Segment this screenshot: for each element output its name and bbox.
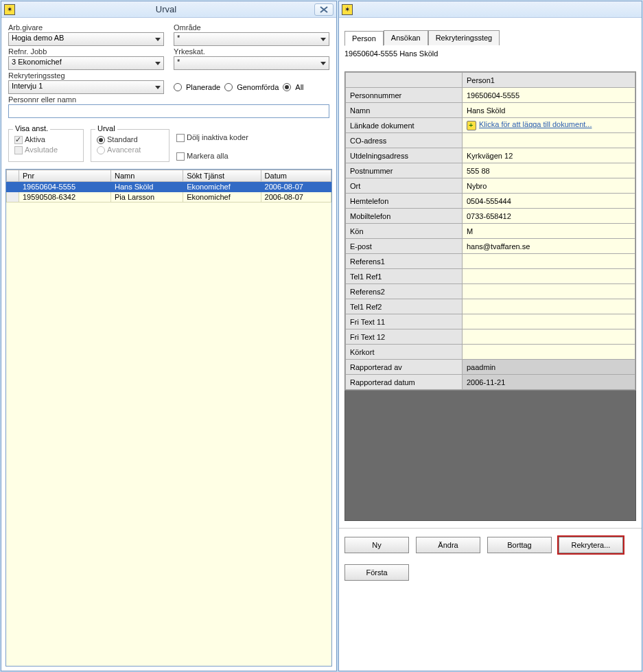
combo-rekryteringssteg[interactable]: Intervju 1 (8, 80, 164, 94)
detail-value[interactable] (463, 269, 635, 284)
col-namn[interactable]: Namn (111, 170, 183, 182)
label-omrade: Område (174, 23, 329, 32)
detail-value[interactable] (463, 284, 635, 299)
detail-value[interactable]: 2006-11-21 (463, 375, 635, 390)
combo-omrade[interactable]: * (174, 32, 329, 46)
detail-value[interactable]: 19650604-5555 (463, 88, 635, 103)
detail-value[interactable]: hans@tvaffaren.se (463, 239, 635, 254)
combo-refnr[interactable]: 3 Ekonomichef (8, 56, 164, 70)
urval-panel: Urval Arb.givare Hogia demo AB Område * … (1, 1, 337, 671)
label-refnr: Refnr. Jobb (8, 47, 164, 56)
detail-value[interactable] (463, 329, 635, 345)
forsta-button[interactable]: Första (344, 564, 409, 581)
tab-ansokan[interactable]: Ansökan (384, 30, 428, 45)
add-document-icon (467, 121, 476, 130)
visa-legend: Visa anst. (13, 124, 50, 132)
combo-arbgivare[interactable]: Hogia demo AB (8, 32, 164, 46)
col-datum[interactable]: Datum (261, 170, 331, 182)
detail-label: Tel1 Ref1 (346, 269, 463, 284)
col-pnr[interactable]: Pnr (19, 170, 111, 182)
empty-area (344, 391, 636, 521)
personnr-input[interactable] (8, 104, 329, 118)
detail-label: Hemtelefon (346, 194, 463, 209)
results-table-wrap: Pnr Namn Sökt Tjänst Datum 19650604-5555… (5, 169, 332, 667)
detail-label: Referens2 (346, 284, 463, 299)
andra-button[interactable]: Ändra (416, 537, 480, 553)
radio-all[interactable] (283, 83, 291, 91)
label-personnr: Personnr eller namn (8, 95, 329, 104)
detail-table-wrap: Person1 Personnummer19650604-5555NamnHan… (344, 71, 636, 391)
label-yrkeskat: Yrkeskat. (174, 47, 329, 56)
close-icon[interactable] (314, 3, 334, 16)
detail-value[interactable]: 555 88 (463, 163, 635, 178)
detail-value[interactable] (463, 299, 635, 314)
detail-value[interactable] (463, 133, 635, 148)
filter-form: Arb.givare Hogia demo AB Område * Refnr.… (1, 18, 336, 122)
detail-value[interactable]: paadmin (463, 360, 635, 375)
visa-group: Visa anst. Aktiva Avslutade (8, 129, 84, 162)
app-icon (342, 4, 353, 15)
tabs: Person Ansökan Rekryteringssteg (344, 30, 642, 45)
label-arbgivare: Arb.givare (8, 23, 164, 32)
person-title: 19650604-5555 Hans Sköld (344, 49, 642, 58)
detail-value[interactable]: Hans Sköld (463, 103, 635, 118)
detail-value[interactable] (463, 254, 635, 269)
detail-label: Rapporterad datum (346, 375, 463, 390)
titlebar-right (339, 1, 642, 18)
detail-value[interactable] (463, 314, 635, 329)
label-rekryteringssteg: Rekryteringssteg (8, 71, 164, 80)
tab-rekryteringssteg[interactable]: Rekryteringssteg (428, 30, 500, 45)
detail-label: CO-adress (346, 133, 463, 148)
ny-button[interactable]: Ny (344, 537, 409, 553)
rekrytera-button[interactable]: Rekrytera... (559, 537, 623, 553)
label-planerade: Planerade (186, 83, 220, 91)
detail-label: Namn (346, 103, 463, 118)
detail-label: Tel1 Ref2 (346, 299, 463, 314)
detail-label: Postnummer (346, 163, 463, 178)
detail-label: Länkade dokument (346, 118, 463, 133)
detail-value[interactable]: Klicka för att lägga till dokument... (463, 118, 635, 133)
titlebar-left: Urval (1, 1, 336, 18)
detail-label: Körkort (346, 345, 463, 360)
urval-legend: Urval (95, 124, 117, 132)
tab-person[interactable]: Person (344, 31, 384, 46)
radio-genomforda[interactable] (224, 83, 233, 91)
detail-value[interactable]: M (463, 224, 635, 239)
table-row[interactable]: 19590508-6342Pia LarssonEkonomichef2006-… (7, 192, 331, 202)
detail-label: Fri Text 11 (346, 314, 463, 329)
radio-standard[interactable] (97, 136, 105, 144)
detail-value[interactable]: 0733-658412 (463, 209, 635, 224)
extra-checks: Dölj inaktiva koder Markera alla (176, 129, 248, 162)
results-table: Pnr Namn Sökt Tjänst Datum 19650604-5555… (6, 170, 331, 202)
label-genomforda: Genomförda (237, 83, 279, 91)
check-markera[interactable] (176, 152, 185, 161)
detail-value[interactable]: Nybro (463, 178, 635, 194)
urval-group: Urval Standard Avancerat (91, 129, 169, 162)
detail-table: Person1 Personnummer19650604-5555NamnHan… (345, 72, 635, 390)
detail-col-header: Person1 (463, 73, 635, 88)
detail-value[interactable]: Kyrkvägen 12 (463, 148, 635, 163)
detail-label: Personnummer (346, 88, 463, 103)
detail-label: Rapporterad av (346, 360, 463, 375)
radio-planerade[interactable] (174, 83, 182, 91)
detail-label: Referens1 (346, 254, 463, 269)
combo-yrkeskat[interactable]: * (174, 56, 329, 70)
check-dolj[interactable] (176, 134, 185, 142)
detail-label: Utdelningsadress (346, 148, 463, 163)
detail-label: E-post (346, 239, 463, 254)
detail-label: Kön (346, 224, 463, 239)
radio-avancerat (97, 146, 105, 154)
button-row: Ny Ändra Borttag Rekrytera... (339, 528, 642, 556)
col-tjanst[interactable]: Sökt Tjänst (183, 170, 261, 182)
app-icon (4, 4, 15, 15)
options-row: Visa anst. Aktiva Avslutade Urval Standa… (1, 125, 336, 166)
detail-label: Ort (346, 178, 463, 194)
check-avslutade (14, 146, 23, 154)
add-document-link[interactable]: Klicka för att lägga till dokument... (479, 120, 592, 128)
window-title: Urval (18, 4, 314, 14)
detail-value[interactable]: 0504-555444 (463, 194, 635, 209)
table-row[interactable]: 19650604-5555Hans SköldEkonomichef2006-0… (7, 182, 331, 192)
detail-value[interactable] (463, 345, 635, 360)
detail-label: Fri Text 12 (346, 329, 463, 345)
borttag-button[interactable]: Borttag (487, 537, 552, 553)
